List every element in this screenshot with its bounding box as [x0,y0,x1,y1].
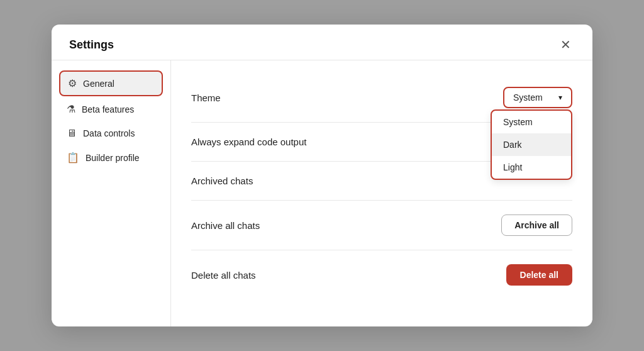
modal-backdrop: Settings ✕ ⚙ General ⚗ Beta features 🖥 D… [0,0,644,351]
beta-icon: ⚗ [67,103,75,115]
archive-all-row: Archive all chats Archive all [191,201,572,250]
delete-all-label: Delete all chats [191,270,256,281]
sidebar-item-data[interactable]: 🖥 Data controls [59,122,163,145]
gear-icon: ⚙ [68,77,77,89]
chevron-down-icon: ▾ [558,93,562,102]
content-area: Theme System ▾ System Dark Light [171,60,592,326]
sidebar-item-general[interactable]: ⚙ General [59,70,163,96]
builder-icon: 📋 [67,152,79,164]
delete-all-row: Delete all chats Delete all [191,250,572,299]
theme-dropdown-menu: System Dark Light [491,109,572,180]
theme-dropdown-wrapper: System ▾ System Dark Light [503,87,572,108]
sidebar-item-label: Data controls [83,128,135,138]
archive-all-button[interactable]: Archive all [501,214,572,236]
close-button[interactable]: ✕ [557,37,575,52]
sidebar-item-label: General [83,79,114,89]
archived-chats-label: Archived chats [191,176,253,186]
expand-code-label: Always expand code output [191,136,306,147]
modal-header: Settings ✕ [52,25,592,60]
theme-option-system[interactable]: System [492,111,571,133]
theme-dropdown-button[interactable]: System ▾ [503,87,572,108]
delete-all-button[interactable]: Delete all [506,264,572,286]
modal-body: ⚙ General ⚗ Beta features 🖥 Data control… [52,60,592,326]
sidebar: ⚙ General ⚗ Beta features 🖥 Data control… [52,60,171,326]
data-icon: 🖥 [67,128,77,139]
sidebar-item-beta[interactable]: ⚗ Beta features [59,98,163,121]
modal-title: Settings [69,38,114,52]
theme-row: Theme System ▾ System Dark Light [191,73,572,123]
sidebar-item-builder[interactable]: 📋 Builder profile [59,146,163,169]
archive-all-label: Archive all chats [191,220,260,231]
settings-modal: Settings ✕ ⚙ General ⚗ Beta features 🖥 D… [52,25,592,326]
theme-option-light[interactable]: Light [492,156,571,179]
sidebar-item-label: Builder profile [86,153,140,163]
sidebar-item-label: Beta features [82,104,134,114]
theme-label: Theme [191,92,221,103]
theme-current-value: System [513,92,543,103]
theme-option-dark[interactable]: Dark [492,133,571,156]
